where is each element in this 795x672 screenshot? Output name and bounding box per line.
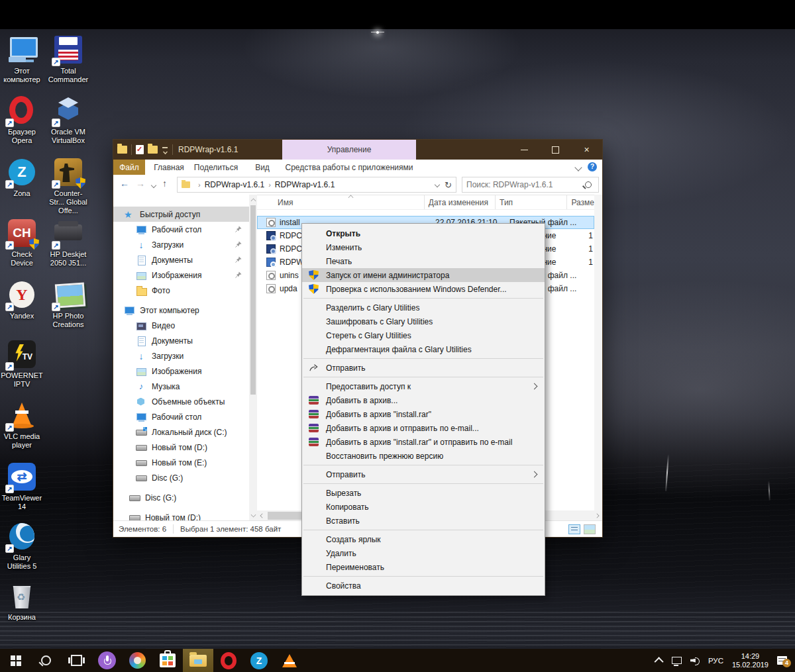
desktop-icon-hp-photo[interactable]: ↗ HP Photo Creations [47, 279, 89, 329]
nav-drive-e[interactable]: Новый том (E:) [113, 455, 249, 470]
nav-pane-scrollbar[interactable] [249, 195, 257, 521]
menu-item-open[interactable]: Открыть [302, 226, 545, 240]
store-button[interactable] [152, 649, 183, 672]
up-button[interactable]: ↑ [162, 178, 167, 189]
menu-item-print[interactable]: Печать [302, 254, 545, 268]
nav-quick-access[interactable]: ★Быстрый доступ [113, 207, 249, 222]
desktop-icon-vlc[interactable]: ↗ VLC media player [1, 400, 43, 450]
action-center-icon[interactable]: 4 [777, 656, 787, 665]
breadcrumb-1[interactable]: RDPWrap-v1.6.1 [205, 180, 264, 189]
help-icon[interactable]: ? [588, 162, 597, 171]
new-folder-icon[interactable] [148, 146, 158, 154]
network-icon[interactable] [672, 657, 682, 664]
nav-desktop[interactable]: Рабочий стол [113, 222, 249, 237]
menu-item-restore-version[interactable]: Восстановить прежнюю версию [302, 449, 545, 463]
file-list-scrollbar[interactable] [594, 195, 602, 510]
column-date[interactable]: Дата изменения [425, 195, 496, 209]
nav-3d-objects[interactable]: Объемные объекты [113, 394, 249, 409]
nav-pictures[interactable]: Изображения [113, 267, 249, 283]
desktop-icon-yandex[interactable]: Y↗ Yandex [1, 279, 43, 320]
desktop-icon-check-device[interactable]: CH↗ Check Device [1, 218, 43, 267]
close-button[interactable]: × [571, 140, 602, 160]
column-size[interactable]: Разме [567, 195, 594, 209]
properties-icon[interactable] [136, 145, 144, 154]
menu-item-edit[interactable]: Изменить [302, 240, 545, 254]
menu-item-delete[interactable]: Удалить [302, 546, 545, 560]
menu-item-copy[interactable]: Копировать [302, 500, 545, 514]
file-explorer-button[interactable] [183, 649, 213, 672]
menu-item-glary-defrag[interactable]: Дефрагментация файла с Glary Utilities [302, 342, 545, 356]
nav-documents-pc[interactable]: Документы [113, 333, 249, 348]
menu-item-properties[interactable]: Свойства [302, 579, 545, 593]
customize-toolbar-icon[interactable] [162, 146, 168, 153]
taskbar-search-button[interactable] [30, 649, 61, 672]
menu-item-create-shortcut[interactable]: Создать ярлык [302, 532, 545, 546]
tray-expand-icon[interactable] [654, 657, 663, 666]
large-icons-view-button[interactable] [584, 524, 596, 534]
desktop-icon-opera[interactable]: ↗ Браузер Opera [1, 95, 43, 145]
address-dropdown-icon[interactable] [435, 182, 440, 187]
nav-drive-g[interactable]: Disc (G:) [113, 470, 249, 485]
nav-photo-folder[interactable]: Фото [113, 283, 249, 298]
desktop-icon-glary[interactable]: ↗ Glary Utilities 5 [1, 521, 43, 571]
desktop-icon-virtualbox[interactable]: ↗ Oracle VM VirtualBox [47, 95, 89, 145]
desktop-icon-csgo[interactable]: ↗ Counter-Str... Global Offe... [47, 157, 89, 215]
desktop-icon-total-commander[interactable]: ↗ Total Commander [47, 34, 89, 84]
menu-item-glary-erase[interactable]: Стереть с Glary Utilities [302, 328, 545, 342]
menu-item-rar-add[interactable]: Добавить в архив... [302, 393, 545, 407]
menu-item-defender-scan[interactable]: Проверка с использованием Windows Defend… [302, 282, 545, 296]
cortana-button[interactable] [91, 649, 122, 672]
expand-ribbon-icon[interactable] [574, 164, 582, 171]
minimize-button[interactable] [509, 140, 540, 160]
nav-desktop-pc[interactable]: Рабочий стол [113, 409, 249, 424]
scroll-left-icon[interactable] [260, 514, 265, 518]
start-button[interactable] [0, 649, 30, 672]
address-box[interactable]: › RDPWrap-v1.6.1 › RDPWrap-v1.6.1 ↻ [177, 177, 456, 193]
breadcrumb-2[interactable]: RDPWrap-v1.6.1 [275, 180, 335, 189]
opera-button[interactable] [213, 649, 244, 672]
paint3d-button[interactable] [122, 649, 152, 672]
nav-pictures-pc[interactable]: Изображения [113, 363, 249, 379]
title-bar[interactable]: RDPWrap-v1.6.1 Управление × [113, 140, 602, 160]
scroll-right-icon[interactable] [595, 514, 600, 518]
nav-downloads-pc[interactable]: ↓Загрузки [113, 348, 249, 363]
menu-item-give-access[interactable]: Предоставить доступ к [302, 379, 545, 393]
vlc-button[interactable] [274, 649, 305, 672]
nav-downloads[interactable]: ↓Загрузки [113, 237, 249, 252]
column-name[interactable]: Имя [257, 195, 425, 209]
desktop-icon-hp-deskjet[interactable]: ↗ HP Deskjet 2050 J51... [47, 218, 89, 267]
menu-item-glary-encrypt[interactable]: Зашифровать с Glary Utilities [302, 314, 545, 328]
desktop-icon-this-pc[interactable]: Этот компьютер [1, 34, 43, 84]
zona-button[interactable]: Z [244, 649, 274, 672]
nav-documents[interactable]: Документы [113, 252, 249, 267]
desktop-icon-zona[interactable]: Z↗ Zona [1, 157, 43, 198]
language-indicator[interactable]: РУС [708, 657, 723, 665]
tab-file[interactable]: Файл [113, 160, 145, 175]
scrollbar-thumb[interactable] [250, 205, 256, 395]
menu-item-rar-email[interactable]: Добавить в архив и отправить по e-mail..… [302, 421, 545, 435]
details-view-button[interactable] [568, 524, 580, 534]
recent-locations-icon[interactable] [151, 183, 156, 188]
refresh-icon[interactable]: ↻ [445, 180, 452, 190]
search-input[interactable] [462, 180, 585, 189]
menu-item-rar-add-named[interactable]: Добавить в архив "install.rar" [302, 407, 545, 421]
nav-root-new-volume-d[interactable]: Новый том (D:) [113, 510, 249, 521]
desktop-icon-teamviewer[interactable]: ↗ TeamViewer 14 [1, 461, 43, 511]
menu-item-share[interactable]: Отправить [302, 361, 545, 375]
menu-item-rar-named-email[interactable]: Добавить в архив "install.rar" и отправи… [302, 435, 545, 449]
nav-drive-c[interactable]: Локальный диск (C:) [113, 424, 249, 440]
nav-root-disc-g[interactable]: Disc (G:) [113, 490, 249, 505]
desktop-icon-powernet-iptv[interactable]: TV↗ POWERNET IPTV [1, 339, 43, 389]
menu-item-cut[interactable]: Вырезать [302, 486, 545, 500]
tab-share[interactable]: Поделиться [191, 160, 240, 175]
menu-item-send-to[interactable]: Отправить [302, 467, 545, 481]
scroll-down-icon[interactable] [251, 512, 256, 518]
forward-button[interactable]: → [136, 178, 145, 189]
contextual-tab-manage[interactable]: Управление [282, 140, 416, 160]
nav-videos[interactable]: Видео [113, 318, 249, 333]
search-box[interactable] [462, 177, 599, 193]
menu-item-paste[interactable]: Вставить [302, 514, 545, 528]
back-button[interactable]: ← [120, 178, 129, 189]
clock[interactable]: 14:29 15.02.2019 [732, 652, 768, 669]
desktop-icon-recycle-bin[interactable]: Корзина [1, 581, 43, 622]
